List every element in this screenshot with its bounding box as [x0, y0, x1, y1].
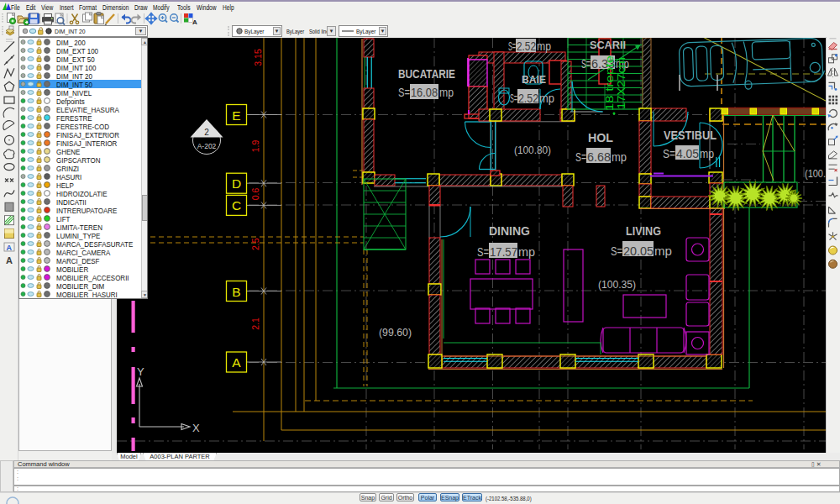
svg-text:A-202: A-202	[197, 142, 217, 150]
svg-text:mp: mp	[537, 39, 551, 53]
svg-text:(100.: (100.	[805, 167, 826, 180]
svg-text:X: X	[192, 422, 200, 434]
svg-text:mp: mp	[518, 244, 535, 259]
svg-text:BUCATARIE: BUCATARIE	[398, 66, 455, 81]
svg-text:DINING: DINING	[489, 223, 530, 238]
svg-text:mp: mp	[539, 91, 554, 105]
svg-text:2.5: 2.5	[250, 238, 260, 250]
svg-text:B: B	[232, 285, 240, 299]
svg-text:S=: S=	[477, 244, 489, 259]
svg-text:4.05: 4.05	[676, 146, 699, 160]
svg-text:20.05: 20.05	[623, 244, 654, 258]
svg-text:1.9: 1.9	[250, 140, 260, 153]
svg-text:6.68: 6.68	[587, 150, 611, 164]
svg-text:S=: S=	[575, 150, 586, 164]
svg-text:0.6: 0.6	[250, 188, 260, 201]
svg-text:VESTIBUL: VESTIBUL	[664, 129, 717, 142]
svg-text:S=: S=	[581, 56, 591, 71]
svg-text:2.52: 2.52	[517, 39, 536, 53]
svg-text:S=: S=	[398, 85, 410, 99]
svg-text:E: E	[232, 108, 240, 123]
svg-text:A: A	[232, 355, 241, 370]
svg-text:A: A	[6, 255, 13, 265]
svg-text:2.52: 2.52	[518, 91, 538, 105]
svg-text:17X27cm: 17X27cm	[616, 57, 627, 109]
svg-text:(100.35): (100.35)	[598, 278, 636, 291]
svg-text:C: C	[232, 198, 241, 213]
svg-text:A: A	[7, 244, 13, 252]
svg-text:17.57: 17.57	[490, 244, 517, 259]
svg-text:3.15: 3.15	[253, 49, 263, 66]
svg-text:S=: S=	[611, 244, 622, 258]
svg-text:D: D	[232, 176, 241, 191]
svg-text:S=: S=	[508, 39, 516, 53]
svg-text:SCARII: SCARII	[590, 39, 626, 51]
svg-text:A: A	[192, 18, 197, 26]
svg-text:mp: mp	[612, 150, 627, 164]
svg-text:HOL: HOL	[588, 131, 613, 144]
svg-text:S=: S=	[510, 91, 517, 105]
svg-text:Y: Y	[137, 365, 144, 378]
svg-text:16.08: 16.08	[411, 85, 438, 99]
svg-text:LIVING: LIVING	[626, 223, 661, 238]
svg-text:(99.60): (99.60)	[379, 326, 412, 339]
svg-text:2.1: 2.1	[250, 318, 260, 330]
svg-text:(100.80): (100.80)	[514, 144, 551, 156]
svg-text:mp: mp	[654, 244, 672, 258]
svg-text:mp: mp	[700, 146, 714, 160]
svg-text:18 trepte: 18 trepte	[604, 55, 616, 111]
svg-text:BAIE: BAIE	[522, 73, 546, 86]
svg-text:S=: S=	[663, 146, 675, 160]
svg-text:2: 2	[204, 128, 209, 137]
svg-text:mp: mp	[439, 85, 454, 99]
